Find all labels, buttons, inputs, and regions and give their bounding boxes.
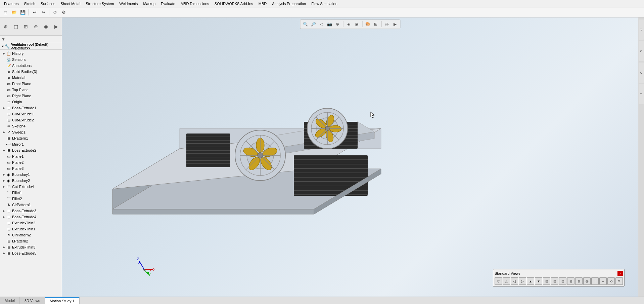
vp-more[interactable]: ▶ [391, 21, 399, 28]
tree-item[interactable]: ⌒ Fillet1 [0, 190, 62, 196]
right-tab-appearances[interactable]: P [639, 20, 644, 40]
sv-bottom[interactable]: ▼ [535, 277, 542, 285]
tree-item[interactable]: ⌒ Fillet2 [0, 196, 62, 202]
sv-iso[interactable]: ⊡ [543, 277, 550, 285]
toolbar-save[interactable]: 💾 [19, 8, 27, 16]
menu-item-surfaces[interactable]: Surfaces [38, 1, 58, 6]
dim-expert-btn[interactable]: ⊕ [32, 22, 40, 31]
tree-item[interactable]: ▶ ⊞ Boss-Extrude2 [0, 147, 62, 153]
vp-display-style[interactable]: ◈ [345, 21, 352, 28]
sv-dimetric[interactable]: ⊡ [551, 277, 558, 285]
tree-item[interactable]: ▭ Plane1 [0, 153, 62, 159]
tree-item[interactable]: ▭ Top Plane [0, 87, 62, 93]
tree-item[interactable]: ⊟ Cut-Extrude2 [0, 117, 62, 123]
feature-manager-btn[interactable]: ⊕ [1, 22, 10, 31]
tree-item[interactable]: ✏ Sketch4 [0, 123, 62, 129]
bottom-tab-model[interactable]: Model [0, 297, 20, 304]
sv-top[interactable]: ▲ [527, 277, 534, 285]
toolbar-rebuild[interactable]: ⟳ [51, 8, 59, 16]
vp-zoom-in[interactable]: 🔎 [310, 21, 317, 28]
vp-prev-view[interactable]: ◁ [318, 21, 325, 28]
tree-item[interactable]: ▶ ⊞ Boss-Extrude3 [0, 208, 62, 214]
display-manager-btn[interactable]: ◉ [42, 22, 50, 31]
vp-appearance[interactable]: 🎨 [364, 21, 371, 28]
sv-zoom-sel[interactable]: ◎ [583, 277, 591, 285]
menu-item-mbd-dimensions[interactable]: MBD Dimensions [178, 1, 212, 6]
property-manager-btn[interactable]: ◫ [11, 22, 20, 31]
sv-orient-4[interactable]: ⟳ [615, 277, 623, 285]
tree-item[interactable]: ▶ ↗ Sweep1 [0, 129, 62, 135]
menu-item-evaluate[interactable]: Evaluate [158, 1, 178, 6]
toolbar-undo[interactable]: ↩ [31, 8, 39, 16]
tree-item[interactable]: ▭ Plane3 [0, 165, 62, 172]
menu-item-solidworks-add-ins[interactable]: SOLIDWORKS Add-Ins [212, 1, 256, 6]
vp-realview[interactable]: ◎ [383, 21, 390, 28]
3d-model-view[interactable] [96, 34, 398, 253]
menu-item-flow-simulation[interactable]: Flow Simulation [309, 1, 340, 6]
tree-item[interactable]: ✛ Origin [0, 99, 62, 105]
toolbar-redo[interactable]: ↪ [39, 8, 47, 16]
config-manager-btn[interactable]: ⊞ [21, 22, 30, 31]
menu-item-sheet-metal[interactable]: Sheet Metal [58, 1, 83, 6]
vp-zoom-to-fit[interactable]: 🔍 [302, 21, 309, 28]
viewport[interactable]: 🔍 🔎 ◁ 📷 ⊕ ◈ ◉ 🎨 ⊞ ◎ ▶ [62, 17, 638, 297]
tree-item[interactable]: ▶ ◉ Boundary2 [0, 178, 62, 184]
tree-root-item[interactable]: ▼ 🔧 Ventilator roof (Default) <<Default>… [0, 43, 62, 50]
tree-item[interactable]: ⊞ Extrude-Thin2 [0, 220, 62, 226]
tree-item[interactable]: ⊟ Cut-Extrude1 [0, 111, 62, 117]
tree-item[interactable]: 📡 Sensors [0, 56, 62, 63]
tree-item[interactable]: ▶ ◉ Boundary1 [0, 172, 62, 178]
tree-item[interactable]: ▭ Front Plane [0, 81, 62, 87]
toolbar-options[interactable]: ⚙ [60, 8, 68, 16]
menu-item-sketch[interactable]: Sketch [21, 1, 38, 6]
tree-item[interactable]: 📝 Annotations [0, 63, 62, 69]
tree-item[interactable]: ▶ 📋 History [0, 50, 62, 56]
tree-item[interactable]: ▭ Right Plane [0, 93, 62, 99]
tree-item[interactable]: ▶ ⊞ Extrude-Thin3 [0, 244, 62, 250]
right-tab-custom[interactable]: C [639, 41, 644, 61]
sv-orient-3[interactable]: ⟲ [607, 277, 615, 285]
tree-item[interactable]: ↻ CirPattern1 [0, 202, 62, 208]
tree-item-icon: ✏ [6, 123, 11, 129]
tree-item[interactable]: ⊞ LPattern1 [0, 135, 62, 141]
toolbar-open[interactable]: 📂 [10, 8, 18, 16]
sv-orient-2[interactable]: ↔ [599, 277, 607, 285]
bottom-tab-3d-views[interactable]: 3D Views [20, 297, 45, 304]
vp-scenes[interactable]: ⊞ [372, 21, 379, 28]
toolbar-new[interactable]: ◻ [1, 8, 9, 16]
menu-item-markup[interactable]: Markup [140, 1, 158, 6]
sv-normal[interactable]: ⊞ [567, 277, 574, 285]
sv-orient-1[interactable]: ↕ [591, 277, 599, 285]
tree-item[interactable]: ▶ ⊟ Cut-Extrude4 [0, 184, 62, 190]
tree-item[interactable]: ◈ Material [0, 75, 62, 81]
vp-view-orient[interactable]: 📷 [326, 21, 333, 28]
sv-trimetric[interactable]: ⊡ [559, 277, 566, 285]
menu-item-analysis-preparation[interactable]: Analysis Preparation [269, 1, 309, 6]
menu-item-weldments[interactable]: Weldments [117, 1, 141, 6]
tree-item[interactable]: ▶ ⊞ Boss-Extrude1 [0, 105, 62, 111]
sv-zoom-fit[interactable]: ⊕ [575, 277, 583, 285]
menu-item-mbd[interactable]: MBD [256, 1, 269, 6]
tree-item[interactable]: ⊞ Extrude-Thin1 [0, 226, 62, 232]
tree-item[interactable]: ⊞ LPattern2 [0, 238, 62, 244]
sv-left[interactable]: ◁ [511, 277, 518, 285]
tree-item[interactable]: ⟺ Mirror1 [0, 141, 62, 147]
tree-item[interactable]: ↻ CirPattern2 [0, 232, 62, 238]
tree-item-label: Extrude-Thin3 [12, 245, 60, 249]
right-tab-features[interactable]: F [639, 84, 644, 104]
expand-panel-btn[interactable]: ▶ [52, 22, 60, 31]
sv-right[interactable]: ▷ [519, 277, 526, 285]
bottom-tab-motion-study-1[interactable]: Motion Study 1 [45, 297, 79, 304]
tree-item[interactable]: ▭ Plane2 [0, 159, 62, 165]
sv-back[interactable]: △ [503, 277, 510, 285]
standard-views-close-btn[interactable]: × [617, 271, 623, 276]
tree-item[interactable]: ▶ ⊞ Boss-Extrude5 [0, 250, 62, 256]
menu-item-features[interactable]: Features [1, 1, 21, 6]
vp-hide-show[interactable]: ◉ [353, 21, 360, 28]
menu-item-structure-system[interactable]: Structure System [83, 1, 117, 6]
tree-item[interactable]: ▶ ⊞ Boss-Extrude4 [0, 214, 62, 220]
right-tab-design[interactable]: D [639, 63, 644, 83]
sv-front[interactable]: ▽ [495, 277, 502, 285]
tree-item[interactable]: ◈ Solid Bodies(3) [0, 69, 62, 75]
vp-section-view[interactable]: ⊕ [334, 21, 341, 28]
